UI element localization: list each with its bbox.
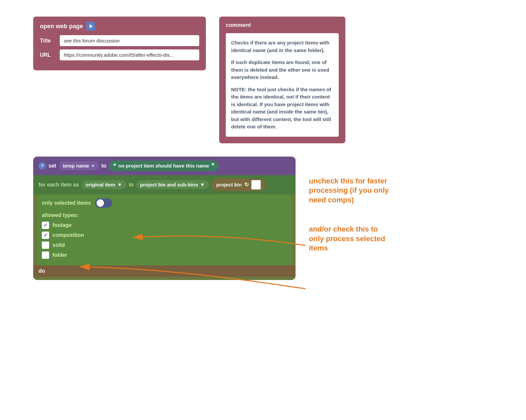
composition-label: composition: [52, 232, 84, 238]
question-badge[interactable]: ?: [39, 162, 46, 170]
url-input[interactable]: [60, 49, 199, 60]
open-quote: ❝: [113, 162, 116, 170]
item-dropdown-arrow: ▼: [117, 182, 122, 187]
annotations: uncheck this for faster processing (if y…: [309, 157, 402, 253]
project-bin-button[interactable]: project bin ↻: [212, 178, 265, 191]
annotation-1: uncheck this for faster processing (if y…: [309, 176, 402, 205]
open-web-page-title: open web page: [40, 23, 83, 30]
do-label: do: [39, 268, 45, 274]
close-quote: ❞: [211, 162, 215, 170]
block-header: open web page: [40, 22, 199, 31]
only-selected-row: only selected items: [42, 198, 287, 208]
solid-label: solid: [52, 242, 65, 248]
solid-checkbox[interactable]: [42, 242, 49, 249]
temp-name-dropdown[interactable]: temp name ▼: [59, 161, 99, 170]
bottom-section: ? set temp name ▼ to ❝ no project item s…: [0, 157, 526, 280]
comment-block: comment Checks if there are any project …: [219, 17, 345, 143]
annotation-text-2: and/or check this toonly process selecte…: [309, 225, 402, 253]
composition-row: composition: [42, 232, 287, 239]
project-bin-square: [251, 180, 261, 189]
for-each-row: for each item as original item ▼ in proj…: [33, 175, 296, 194]
inner-block: only selected items allowed types: foota…: [37, 194, 292, 265]
comment-para-1: Checks if there are any project items wi…: [231, 39, 333, 54]
folder-row: folder: [42, 251, 287, 259]
comment-para-3: NOTE: the tool just checks if the names …: [231, 86, 333, 131]
set-row: ? set temp name ▼ to ❝ no project item s…: [33, 157, 296, 175]
comment-title: comment: [226, 22, 339, 29]
url-label: URL: [40, 52, 56, 58]
footage-label: footage: [52, 222, 72, 228]
collection-arrow: ▼: [200, 182, 205, 187]
item-name-dropdown[interactable]: original item ▼: [82, 180, 126, 189]
folder-label: folder: [52, 252, 67, 258]
do-row: do: [33, 265, 296, 277]
composition-checkbox[interactable]: [42, 232, 49, 239]
collection-dropdown[interactable]: project bin and sub-bins ▼: [136, 180, 209, 189]
folder-checkbox[interactable]: [42, 251, 49, 259]
set-label: set: [48, 163, 56, 169]
url-row: URL: [40, 49, 199, 60]
comment-body: Checks if there are any project items wi…: [226, 33, 339, 137]
title-row: Title: [40, 35, 199, 46]
title-input[interactable]: [60, 35, 199, 46]
only-selected-label: only selected items: [42, 200, 91, 206]
annotation-2: and/or check this toonly process selecte…: [309, 225, 402, 253]
allowed-types-label: allowed types:: [42, 212, 287, 218]
string-value-pill: ❝ no project item should have this name …: [109, 161, 218, 171]
title-label: Title: [40, 38, 56, 44]
annotation-text-1: uncheck this for faster processing (if y…: [309, 176, 402, 205]
toggle-knob: [97, 199, 104, 207]
solid-row: solid: [42, 242, 287, 249]
footage-row: footage: [42, 222, 287, 229]
string-value: no project item should have this name: [118, 163, 209, 169]
comment-para-2: If such duplicate items are found, one o…: [231, 59, 333, 81]
refresh-icon: ↻: [244, 181, 249, 188]
open-web-page-block: open web page Title URL: [33, 17, 206, 70]
to-label: to: [101, 163, 106, 169]
script-block: ? set temp name ▼ to ❝ no project item s…: [33, 157, 296, 280]
dropdown-arrow: ▼: [91, 164, 95, 168]
footage-checkbox[interactable]: [42, 222, 49, 229]
only-selected-toggle[interactable]: [95, 198, 112, 208]
for-each-label: for each item as: [39, 182, 79, 188]
play-icon[interactable]: [86, 22, 95, 31]
in-label: in: [129, 182, 133, 188]
